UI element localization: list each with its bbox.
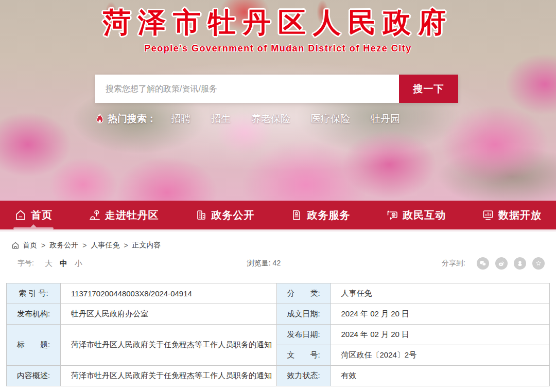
- nav-item-gov-services[interactable]: 政务服务: [290, 200, 350, 230]
- nav-label: 首页: [31, 208, 53, 222]
- summary-label: 内容概述:: [7, 366, 61, 386]
- validity-label: 效力状态:: [276, 366, 331, 386]
- nav-item-public-interaction[interactable]: 政民互动: [386, 200, 446, 230]
- font-size-small[interactable]: 小: [75, 259, 82, 269]
- site-header-banner: 菏泽市牡丹区人民政府 People's Government of Mudan …: [0, 0, 556, 201]
- main-navbar: 首页 走进牡丹区 政务公开 政务服务 政民互动: [0, 201, 556, 231]
- nav-label: 政务公开: [212, 208, 255, 222]
- nav-item-about-mudan[interactable]: 走进牡丹区: [89, 200, 159, 230]
- view-count-value: 42: [273, 259, 281, 267]
- table-row: 发布机构: 牡丹区人民政府办公室 成文日期: 2024 年 02 月 20 日: [7, 304, 550, 325]
- breadcrumb: 首页 > 政务公开 > 人事任免 > 正文内容: [0, 231, 556, 253]
- article-toolbar: 字号: 大 中 小 浏览量: 42 分享到:: [0, 253, 556, 270]
- share-bar: 分享到:: [442, 257, 545, 270]
- written-date-label: 成文日期:: [276, 304, 331, 325]
- data-icon: [482, 209, 494, 221]
- title-label: 标 题:: [7, 325, 61, 366]
- breadcrumb-separator: >: [41, 241, 45, 250]
- font-size-label: 字号:: [18, 259, 34, 268]
- category-label: 分 类:: [276, 283, 331, 304]
- breadcrumb-separator: >: [82, 241, 86, 250]
- nav-item-home[interactable]: 首页: [14, 200, 53, 230]
- doc-number-value: 菏区政任〔2024〕2号: [331, 345, 550, 366]
- share-star-button[interactable]: [532, 257, 545, 270]
- font-size-selector: 字号: 大 中 小: [18, 259, 86, 269]
- table-row: 索 引 号: 1137170200448003X8/2024-04914 分 类…: [7, 283, 550, 304]
- qq-icon: [516, 260, 524, 267]
- hot-link-pension-insurance[interactable]: 养老保险: [251, 112, 290, 126]
- scenic-icon: [89, 209, 101, 221]
- breadcrumb-personnel[interactable]: 人事任免: [91, 241, 119, 250]
- home-icon: [14, 209, 27, 221]
- table-row: 标 题: 菏泽市牡丹区人民政府关于任免程杰等工作人员职务的通知 发布日期: 20…: [7, 325, 550, 345]
- validity-value: 有效: [331, 366, 550, 386]
- search-input[interactable]: [95, 75, 399, 103]
- hot-link-peony-garden[interactable]: 牡丹园: [371, 112, 400, 126]
- hot-search-label: 热门搜索：: [108, 112, 157, 126]
- category-value: 人事任免: [331, 283, 550, 304]
- font-size-large[interactable]: 大: [45, 259, 53, 269]
- view-count-label: 浏览量:: [247, 259, 273, 267]
- hot-search-row: 热门搜索： 招聘 招生 养老保险 医疗保险 牡丹园: [95, 112, 421, 126]
- nav-label: 走进牡丹区: [105, 208, 159, 222]
- view-count: 浏览量: 42: [86, 259, 442, 268]
- hot-link-recruitment[interactable]: 招聘: [171, 112, 190, 126]
- nav-label: 政民互动: [403, 208, 446, 222]
- publish-date-value: 2024 年 02 月 20 日: [331, 325, 550, 345]
- index-number-label: 索 引 号:: [7, 283, 61, 304]
- document-icon: [290, 209, 303, 221]
- issuing-agency-value: 牡丹区人民政府办公室: [60, 304, 276, 325]
- home-icon: [11, 241, 20, 250]
- issuing-agency-label: 发布机构:: [7, 304, 61, 325]
- publish-date-label: 发布日期:: [276, 325, 331, 345]
- written-date-value: 2024 年 02 月 20 日: [331, 304, 550, 325]
- hot-link-enrollment[interactable]: 招生: [211, 112, 231, 126]
- flame-icon: [95, 113, 105, 124]
- breadcrumb-home[interactable]: 首页: [23, 241, 37, 250]
- site-title: 菏泽市牡丹区人民政府: [0, 4, 556, 42]
- breadcrumb-current-page: 正文内容: [132, 241, 161, 250]
- share-weibo-button[interactable]: [495, 257, 508, 270]
- breadcrumb-gov-disclosure[interactable]: 政务公开: [49, 241, 78, 250]
- font-size-medium[interactable]: 中: [60, 259, 67, 269]
- hot-link-medical-insurance[interactable]: 医疗保险: [311, 112, 350, 126]
- breadcrumb-separator: >: [124, 241, 128, 250]
- share-qq-button[interactable]: [514, 257, 526, 270]
- nav-item-open-data[interactable]: 数据开放: [482, 200, 542, 230]
- search-bar: 搜一下: [95, 75, 458, 103]
- summary-value: 菏泽市牡丹区人民政府关于任免程杰等工作人员职务的通知: [60, 366, 276, 386]
- active-nav-indicator: [13, 227, 54, 229]
- nav-item-gov-disclosure[interactable]: 政务公开: [195, 200, 255, 230]
- star-icon: [535, 260, 542, 267]
- chat-icon: [386, 209, 398, 221]
- index-number-value: 1137170200448003X8/2024-04914: [60, 283, 276, 304]
- doc-number-label: 文 号:: [276, 345, 331, 366]
- title-value: 菏泽市牡丹区人民政府关于任免程杰等工作人员职务的通知: [60, 325, 276, 366]
- weibo-icon: [498, 260, 505, 267]
- share-wechat-button[interactable]: [477, 257, 489, 270]
- table-row: 内容概述: 菏泽市牡丹区人民政府关于任免程杰等工作人员职务的通知 效力状态: 有…: [7, 366, 550, 386]
- nav-label: 数据开放: [498, 208, 542, 222]
- document-meta-table: 索 引 号: 1137170200448003X8/2024-04914 分 类…: [6, 283, 550, 386]
- search-button[interactable]: 搜一下: [399, 75, 458, 103]
- site-subtitle-english: People's Government of Mudan District of…: [0, 43, 556, 54]
- nav-label: 政务服务: [307, 208, 350, 222]
- building-icon: [195, 209, 207, 221]
- wechat-icon: [479, 260, 486, 267]
- share-label: 分享到:: [442, 259, 465, 268]
